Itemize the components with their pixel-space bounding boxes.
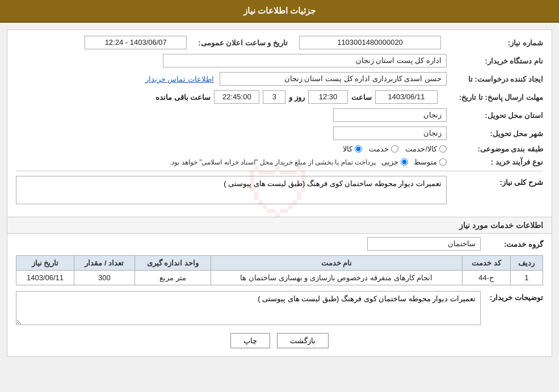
category-khedmat-radio[interactable] bbox=[391, 145, 398, 153]
deadline-time-label: ساعت bbox=[351, 93, 372, 102]
purchase-motavaset-radio[interactable] bbox=[439, 158, 447, 166]
announce-date-label: تاریخ و ساعت اعلان عمومی: bbox=[198, 39, 288, 47]
table-cell-unit: متر مربع bbox=[135, 271, 211, 285]
table-cell-date: 1403/06/11 bbox=[16, 271, 74, 285]
col-name: نام خدمت bbox=[211, 256, 462, 271]
category-kala-option[interactable]: کالا bbox=[343, 145, 362, 153]
buyer-org-value: اداره کل پست استان زنجان bbox=[163, 54, 447, 68]
category-kala-label: کالا bbox=[343, 145, 352, 153]
purchase-type-text: پرداخت تمام یا بخشی از مبلغ خریداز محل "… bbox=[170, 158, 376, 166]
deadline-days: 3 bbox=[263, 90, 285, 104]
deadline-days-label: روز و bbox=[289, 93, 305, 102]
category-kala-khedmat-label: کالا/خدمت bbox=[405, 145, 437, 153]
table-row: 1ح-44انجام کارهای متفرقه درخصوص بازسازی … bbox=[16, 271, 543, 285]
city-value: زنجان bbox=[333, 127, 447, 140]
purchase-motavaset-option[interactable]: متوسط bbox=[414, 158, 447, 166]
need-desc-label: شرح کلی نیاز: bbox=[452, 176, 543, 187]
deadline-label: مهلت ارسال پاسخ: تا تاریخ: bbox=[441, 93, 543, 102]
buyer-notes-value[interactable] bbox=[16, 291, 481, 325]
purchase-motavaset-label: متوسط bbox=[414, 158, 437, 166]
city-label: شهر محل تحویل: bbox=[452, 129, 543, 138]
contact-link[interactable]: اطلاعات تماس خریدار bbox=[145, 75, 214, 83]
province-value: زنجان bbox=[333, 108, 447, 122]
back-button[interactable]: بازگشت bbox=[277, 333, 329, 348]
purchase-jozvi-option[interactable]: جزیی bbox=[381, 158, 408, 166]
table-cell-row: 1 bbox=[510, 271, 543, 285]
col-row: ردیف bbox=[510, 256, 543, 271]
category-label: طبقه بندی موضوعی: bbox=[452, 145, 543, 153]
table-cell-code: ح-44 bbox=[462, 271, 510, 285]
col-qty: تعداد / مقدار bbox=[74, 256, 135, 271]
col-date: تاریخ نیاز bbox=[16, 256, 74, 271]
page-title: جزئیات اطلاعات نیاز bbox=[0, 0, 559, 23]
need-number-label: شماره نیاز: bbox=[452, 39, 543, 47]
purchase-jozvi-label: جزیی bbox=[381, 158, 398, 166]
col-code: کد خدمت bbox=[462, 256, 510, 271]
service-group-label: گروه خدمت: bbox=[486, 240, 543, 248]
category-kala-radio[interactable] bbox=[355, 145, 362, 153]
need-desc-value[interactable] bbox=[16, 176, 447, 204]
print-button[interactable]: چاپ bbox=[230, 333, 270, 348]
announce-date-value: 1403/06/07 - 12:24 bbox=[85, 36, 187, 49]
col-unit: واحد اندازه گیری bbox=[135, 256, 211, 271]
service-table: ردیف کد خدمت نام خدمت واحد اندازه گیری ت… bbox=[16, 255, 543, 285]
purchase-jozvi-radio[interactable] bbox=[401, 158, 408, 166]
deadline-remaining: 22:45:00 bbox=[214, 90, 259, 104]
creator-label: ایجاد کننده درخواست: تا bbox=[452, 75, 543, 83]
province-label: استان محل تحویل: bbox=[452, 111, 543, 120]
table-cell-name: انجام کارهای متفرقه درخصوص بازسازی و بهس… bbox=[211, 271, 462, 285]
need-number-value: 1103001480000020 bbox=[299, 36, 441, 49]
category-kala-khedmat-option[interactable]: کالا/خدمت bbox=[405, 145, 447, 153]
category-khedmat-option[interactable]: خدمت bbox=[369, 145, 398, 153]
buyer-notes-label: توضیحات خریدار: bbox=[486, 291, 543, 302]
buyer-org-label: نام دستگاه خریدار: bbox=[452, 57, 543, 65]
deadline-date: 1403/06/11 bbox=[375, 90, 438, 104]
table-cell-qty: 300 bbox=[74, 271, 135, 285]
services-section-title: اطلاعات خدمات مورد نیاز bbox=[7, 217, 552, 234]
category-kala-khedmat-radio[interactable] bbox=[439, 145, 447, 153]
creator-value: حسن اسدی کاربردازی اداره کل پست استان زن… bbox=[220, 72, 447, 86]
deadline-time: 12:30 bbox=[308, 90, 348, 104]
deadline-remaining-label: ساعت باقی مانده bbox=[155, 93, 211, 102]
purchase-type-label: نوع فرآیند خرید : bbox=[452, 158, 543, 166]
category-khedmat-label: خدمت bbox=[369, 145, 389, 153]
service-group-value: ساختمان bbox=[367, 237, 481, 251]
